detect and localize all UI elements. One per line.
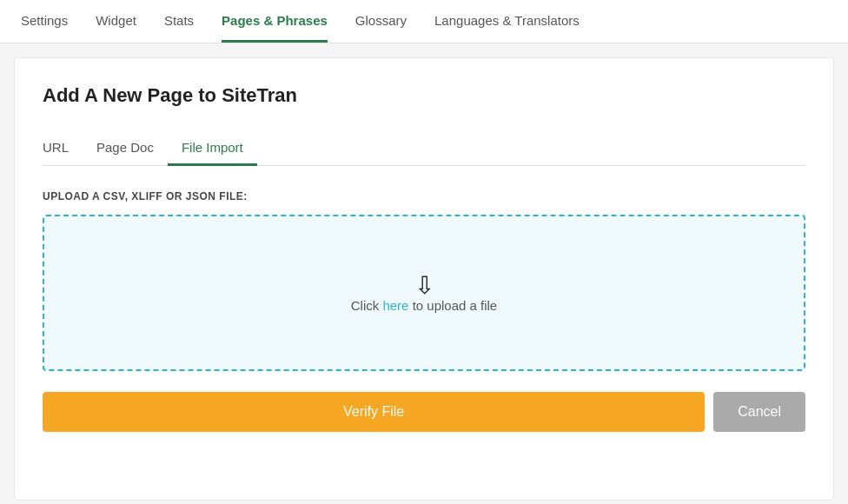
nav-glossary[interactable]: Glossary bbox=[355, 1, 407, 43]
drop-zone-text: Click here to upload a file bbox=[351, 298, 497, 313]
upload-label: UPLOAD A CSV, XLIFF OR JSON FILE: bbox=[43, 190, 805, 202]
page-title: Add A New Page to SiteTran bbox=[43, 84, 805, 107]
upload-section: UPLOAD A CSV, XLIFF OR JSON FILE: ⇩ Clic… bbox=[43, 190, 805, 432]
nav-settings[interactable]: Settings bbox=[21, 1, 68, 43]
verify-file-button[interactable]: Verify File bbox=[43, 392, 705, 432]
tab-bar: URL Page Doc File Import bbox=[43, 131, 805, 166]
cancel-button[interactable]: Cancel bbox=[713, 392, 805, 432]
upload-icon: ⇩ bbox=[414, 274, 434, 298]
tab-page-doc[interactable]: Page Doc bbox=[83, 131, 168, 166]
upload-here-link[interactable]: here bbox=[382, 298, 408, 313]
nav-pages-phrases[interactable]: Pages & Phrases bbox=[222, 1, 328, 43]
tab-url[interactable]: URL bbox=[43, 131, 83, 166]
tab-file-import[interactable]: File Import bbox=[168, 131, 257, 166]
nav-stats[interactable]: Stats bbox=[164, 1, 194, 43]
main-content: Add A New Page to SiteTran URL Page Doc … bbox=[14, 57, 834, 501]
nav-languages-translators[interactable]: Languages & Translators bbox=[434, 1, 580, 43]
nav-widget[interactable]: Widget bbox=[96, 1, 136, 43]
action-buttons: Verify File Cancel bbox=[43, 392, 805, 432]
top-navigation: Settings Widget Stats Pages & Phrases Gl… bbox=[0, 0, 848, 43]
file-drop-zone[interactable]: ⇩ Click here to upload a file bbox=[43, 215, 805, 371]
